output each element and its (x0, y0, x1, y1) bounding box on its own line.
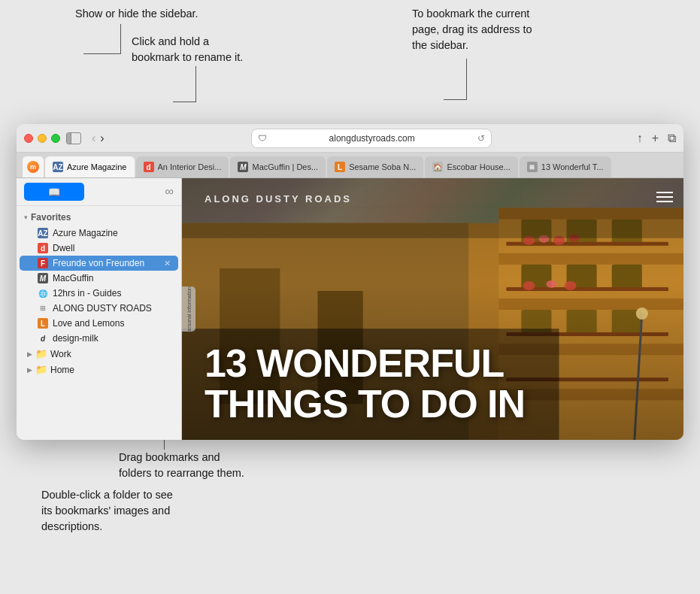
forward-button[interactable]: › (98, 132, 105, 145)
hero-site-title: ALONG DUSTY ROADS (205, 193, 352, 205)
favicon-loveandlemons: L (38, 318, 48, 329)
folder-icon-home: 📁 (35, 364, 47, 375)
reading-list-icon[interactable]: ∞ (165, 185, 174, 199)
folder-chevron-home-icon: ▶ (27, 366, 32, 374)
bookmark-item-alongdusty[interactable]: ⊞ ALONG DUSTY ROADS (20, 301, 178, 316)
line-rename (195, 66, 196, 102)
folder-chevron-work-icon: ▶ (27, 350, 32, 358)
toolbar-right: ↑ + ⧉ (637, 132, 676, 145)
maximize-button[interactable] (51, 134, 60, 143)
macos-tab-favicon: m (27, 161, 39, 173)
favicon-macguffin: M (38, 273, 48, 283)
bookmarks-icon: 📖 (48, 186, 60, 198)
bm-label-alongdusty: ALONG DUSTY ROADS (53, 303, 171, 314)
favicon-designmilk: d (38, 333, 48, 344)
bookmark-close-icon[interactable]: ✕ (164, 259, 171, 268)
folder-item-home[interactable]: ▶ 📁 Home (20, 362, 178, 377)
annotation-sidebar-toggle: Show or hide the sidebar. (75, 6, 198, 22)
tab-label-macguffin: MacGuffin | Des... (252, 162, 318, 171)
folder-label-home: Home (50, 365, 74, 375)
bm-label-macguffin: MacGuffin (53, 273, 171, 283)
browser-window: ‹ › 🛡 alongdustyroads.com ↺ ↑ + ⧉ m AZ A… (17, 124, 683, 440)
favorites-section-header: ▾ Favorites (17, 209, 181, 226)
url-text: alongdustyroads.com (271, 133, 473, 144)
tab-favicon-wonderful: ⊞ (527, 162, 538, 172)
tab-favicon-sesame: L (335, 162, 345, 172)
line-bookmark-page (466, 59, 467, 100)
hero-headline: 13 WONDERFUL THINGS TO DO IN (205, 343, 668, 425)
folder-label-work: Work (50, 349, 71, 359)
sidebar-toggle-button[interactable] (66, 132, 81, 144)
address-bar-area: 🛡 alongdustyroads.com ↺ (112, 129, 631, 148)
address-bar[interactable]: 🛡 alongdustyroads.com ↺ (251, 129, 492, 148)
reload-button[interactable]: ↺ (477, 133, 485, 144)
back-button[interactable]: ‹ (90, 132, 97, 145)
bookmark-item-designmilk[interactable]: d design-milk (20, 331, 178, 346)
sidebar-content: ▾ Favorites AZ Azure Magazine d Dwell F … (17, 206, 181, 440)
tab-favicon-azure: AZ (53, 162, 63, 172)
bookmark-item-azure[interactable]: AZ Azure Magazine (20, 226, 178, 241)
tab-label-wonderful: 13 Wonderful T... (541, 162, 604, 171)
close-button[interactable] (24, 134, 33, 143)
annotation-drag-rearrange: Drag bookmarks andfolders to rearrange t… (119, 450, 244, 481)
tab-favicon-interior: d (144, 162, 154, 172)
tabs-bar: m AZ Azure Magazine d An Interior Desi..… (17, 153, 683, 178)
bm-label-azure: Azure Magazine (53, 228, 171, 238)
bookmark-item-dwell[interactable]: d Dwell (20, 241, 178, 256)
sidebar-header: 📖 ∞ (17, 178, 181, 206)
sidebar: 📖 ∞ ▾ Favorites AZ Azure Magazine d Dwel… (17, 178, 182, 440)
tab-wonderful[interactable]: ⊞ 13 Wonderful T... (520, 156, 611, 177)
hamburger-line-3 (656, 201, 673, 202)
tab-azure[interactable]: AZ Azure Magazine (45, 156, 135, 177)
favicon-12hrs: 🌐 (38, 288, 48, 299)
hero-headline-line1: 13 WONDERFUL (205, 341, 504, 385)
tab-label-azure: Azure Magazine (67, 162, 127, 171)
bm-label-12hrs: 12hrs in - Guides (53, 288, 171, 299)
favicon-alongdusty: ⊞ (38, 303, 48, 314)
section-chevron-icon: ▾ (24, 214, 28, 221)
line-sidebar-toggle-h (83, 53, 121, 54)
annotation-bookmark-rename: Click and hold abookmark to rename it. (132, 34, 243, 65)
tab-label-sesame: Sesame Soba N... (349, 162, 416, 171)
tab-macguffin[interactable]: M MacGuffin | Des... (230, 156, 326, 177)
title-bar: ‹ › 🛡 alongdustyroads.com ↺ ↑ + ⧉ (17, 124, 683, 153)
favicon-dwell: d (38, 243, 48, 253)
bm-label-freunde: Freunde von Freunden (53, 258, 159, 268)
hamburger-line-2 (656, 196, 673, 198)
bookmark-item-freunde[interactable]: F Freunde von Freunden ✕ (20, 256, 178, 271)
pull-tab-text: ersonal information (186, 286, 192, 332)
favicon-azure: AZ (38, 228, 48, 238)
tab-overview-button[interactable]: ⧉ (668, 132, 676, 145)
bookmark-item-loveandlemons[interactable]: L Love and Lemons (20, 316, 178, 331)
traffic-lights (24, 134, 60, 143)
annotation-double-click-folder: Double-click a folder to seeits bookmark… (41, 487, 173, 535)
line-bookmark-page-h (444, 99, 466, 100)
annotation-bookmark-page: To bookmark the currentpage, drag its ad… (412, 6, 532, 53)
tab-favicon-macguffin: M (238, 162, 248, 172)
web-content-area: ALONG DUSTY ROADS 13 WONDERFUL THINGS TO… (182, 178, 683, 440)
bm-label-loveandlemons: Love and Lemons (53, 318, 171, 329)
tab-label-interior: An Interior Desi... (158, 162, 222, 171)
bookmarks-tab-button[interactable]: 📖 (24, 183, 84, 201)
hamburger-line-1 (656, 192, 673, 193)
nav-arrows: ‹ › (90, 132, 106, 145)
line-sidebar-toggle (120, 24, 121, 54)
favicon-freunde: F (38, 258, 48, 268)
share-button[interactable]: ↑ (637, 132, 643, 145)
minimize-button[interactable] (38, 134, 47, 143)
hamburger-menu[interactable] (656, 192, 673, 202)
tab-sesame[interactable]: L Sesame Soba N... (327, 156, 423, 177)
favorites-label: Favorites (31, 212, 71, 223)
folder-icon-work: 📁 (35, 348, 47, 359)
tab-macos[interactable]: m (23, 156, 44, 177)
new-tab-button[interactable]: + (652, 132, 659, 145)
tab-label-escobar: Escobar House... (447, 162, 510, 171)
sidebar-toggle-right-panel (71, 133, 80, 144)
bookmark-item-12hrs[interactable]: 🌐 12hrs in - Guides (20, 286, 178, 301)
folder-item-work[interactable]: ▶ 📁 Work (20, 346, 178, 362)
tab-escobar[interactable]: 🏠 Escobar House... (425, 156, 517, 177)
tab-favicon-escobar: 🏠 (432, 162, 443, 172)
sidebar-pull-tab[interactable]: ersonal information (182, 286, 195, 332)
tab-interior[interactable]: d An Interior Desi... (136, 156, 229, 177)
bookmark-item-macguffin[interactable]: M MacGuffin (20, 271, 178, 286)
